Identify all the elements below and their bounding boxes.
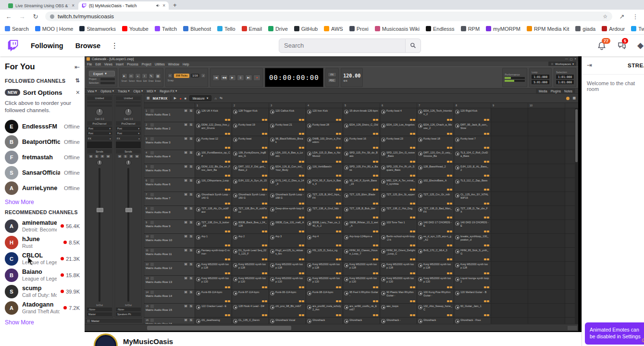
volume-fader[interactable] (99, 168, 100, 302)
prochannel-header[interactable]: ProChannel (87, 121, 112, 126)
cell-play-icon[interactable] (196, 263, 200, 268)
post-select[interactable]: Post▾ (87, 127, 112, 130)
cell-play-icon[interactable] (196, 166, 200, 170)
close-icon[interactable]: × (76, 89, 80, 96)
cell-play-icon[interactable] (270, 110, 274, 114)
matrix-cell[interactable]: TZT_128_Bm_R_ockFace (232, 206, 269, 219)
matrix-cell[interactable]: 139_FunkyDouns_IngBass_G (232, 150, 269, 164)
cell-play-icon[interactable] (233, 152, 237, 156)
row-mute-button[interactable]: M (184, 123, 188, 127)
tool-button[interactable]: + (135, 73, 141, 79)
followed-channel-row[interactable]: E EndlesssFM Offline (5, 119, 80, 134)
matrix-cell[interactable]: SPD_105_Fm_80_s_Bass (343, 164, 380, 178)
site-info-icon[interactable] (50, 14, 54, 19)
row-mute-button[interactable]: M (184, 248, 188, 252)
cell-play-icon[interactable] (270, 152, 274, 156)
cell-play-icon[interactable] (196, 179, 200, 184)
cell-play-icon[interactable] (418, 305, 422, 309)
matrix-cell[interactable]: D1_Synth Lead Seq_021_120_F (232, 248, 269, 261)
matrix-cell[interactable]: Korg MS2000 synth loop 128 (232, 262, 269, 275)
cell-play-icon[interactable] (455, 305, 459, 309)
matrix-cell[interactable]: DRT_120_Gm_D_usty_Groove_Ba (417, 150, 454, 164)
bookmark-item[interactable]: Steamworks (79, 26, 116, 32)
matrix-cell[interactable]: Korg MS2000 synth loop 128 (454, 262, 491, 275)
matrix-row-header[interactable]: 1 M S Matrix Audio Row 1 (144, 108, 195, 122)
row-icon[interactable] (150, 305, 154, 308)
row-mute-button[interactable]: M (184, 220, 188, 224)
row-icon[interactable] (150, 291, 154, 294)
matrix-cell[interactable]: Ghosthack - Free (454, 318, 491, 324)
matrix-cell[interactable]: Ghosthack Synth Loop - 150 G (232, 192, 269, 205)
cell-play-icon[interactable] (196, 221, 200, 226)
matrix-cell[interactable]: Korg MS2000 synth loop 120 (306, 276, 343, 289)
pan-knob[interactable] (97, 160, 102, 166)
matrix-cell-empty[interactable] (528, 192, 565, 205)
matrix-cell-empty[interactable] (491, 234, 528, 247)
matrix-cell[interactable]: Ghosthack (343, 318, 380, 324)
output-select[interactable]: Speakers Ph (116, 312, 141, 316)
matrix-cell[interactable]: Funky beat 18 (417, 136, 454, 150)
matrix-cell[interactable]: LDA_100_A_Bas_s_Look1 (269, 150, 306, 164)
sends-button[interactable]: Sends (87, 149, 112, 154)
matrix-vertical-scrollbar[interactable] (575, 108, 578, 324)
cell-play-icon[interactable] (233, 319, 237, 323)
cell-play-icon[interactable] (381, 277, 385, 282)
cell-play-icon[interactable] (270, 138, 274, 142)
tab-audio-icon[interactable] (156, 3, 160, 8)
cell-play-icon[interactable] (344, 152, 348, 156)
followed-channel-row[interactable]: B BeatportOfficial Offline (5, 134, 80, 150)
matrix-row-header[interactable]: 11 M S Matrix Audio Row 11 (144, 248, 195, 261)
animated-emotes-notice[interactable]: Animated Emotes can be disabled in Setti… (585, 322, 644, 345)
cell-play-icon[interactable] (344, 207, 348, 212)
matrix-cell[interactable]: FCH_95_F_Synt_h_Bass_4 (306, 178, 343, 192)
add-fx-icon[interactable]: + (138, 137, 140, 140)
bookmark-item[interactable]: RPM (461, 26, 480, 32)
matrix-cell[interactable]: Arp 3 (269, 234, 306, 247)
matrix-cell[interactable]: EDA_126_Tech_Intention_2 (417, 108, 454, 122)
matrix-cell[interactable]: TZT_125_B_MrC_hips_FX (306, 192, 343, 205)
cell-play-icon[interactable] (344, 277, 348, 282)
matrix-cell-empty[interactable] (528, 318, 565, 324)
row-icon[interactable] (150, 123, 154, 127)
bookmark-item[interactable]: Bluehost (183, 26, 211, 32)
row-solo-button[interactable]: S (189, 234, 193, 238)
recommended-channel-row[interactable]: B Baiano League of Legends 15.8K (5, 267, 80, 283)
matrix-cell[interactable]: TZT_138_A_Gruf_falo (306, 206, 343, 219)
matrix-cell-empty[interactable] (491, 164, 528, 178)
bookmark-item[interactable]: MOO | Home (35, 26, 74, 32)
cell-play-icon[interactable] (455, 221, 459, 226)
row-solo-button[interactable]: S (189, 179, 193, 182)
matrix-row-header[interactable]: 13 M S Matrix Audio Row 13 (144, 276, 195, 289)
address-bar[interactable]: twitch.tv/mymusicoasis ☆ (45, 12, 612, 21)
back-icon[interactable]: ← (5, 13, 12, 20)
matrix-cell[interactable]: 102_ElectroBass_A (417, 178, 454, 192)
matrix-cell[interactable]: Funk-69-114-bpm (195, 290, 232, 303)
cell-play-icon[interactable] (270, 291, 274, 295)
tool-button[interactable]: ▭ (128, 73, 134, 79)
matrix-cell[interactable]: HHM_95_Sick_S_ynth_G (454, 248, 491, 261)
matrix-row-header[interactable]: 2 M S Matrix Audio Row 2 (144, 122, 195, 136)
cell-play-icon[interactable] (233, 221, 237, 226)
fx-rack-header[interactable]: FX+ (87, 136, 112, 141)
cell-play-icon[interactable] (381, 221, 385, 226)
matrix-cell[interactable]: 128 Hook 4 Lead - D# (232, 304, 269, 317)
cell-play-icon[interactable] (307, 110, 311, 114)
matrix-cell-empty[interactable] (528, 164, 565, 178)
matrix-cell-empty[interactable] (528, 108, 565, 122)
row-mute-button[interactable]: M (184, 151, 188, 154)
cell-play-icon[interactable] (233, 207, 237, 212)
row-icon[interactable] (150, 179, 154, 182)
cell-play-icon[interactable] (381, 319, 385, 323)
cell-play-icon[interactable] (307, 179, 311, 184)
matrix-cell-empty[interactable] (528, 234, 565, 247)
matrix-cell[interactable]: Arp 1 (195, 234, 232, 247)
matrix-cell[interactable]: Korg MS2000 synth loop 128 (269, 262, 306, 275)
cell-play-icon[interactable] (344, 179, 348, 184)
matrix-cell[interactable]: BnS_170_C_ML4_3 (417, 248, 454, 261)
horizontal-scrollbar-thumb[interactable] (147, 326, 291, 330)
cell-play-icon[interactable] (196, 319, 200, 323)
row-icon[interactable] (150, 263, 154, 266)
note-icon[interactable]: ♪ (201, 73, 206, 78)
matrix-cell-empty[interactable] (491, 248, 528, 261)
matrix-row-header[interactable]: 8 M S Matrix Audio Row 8 (144, 206, 195, 219)
